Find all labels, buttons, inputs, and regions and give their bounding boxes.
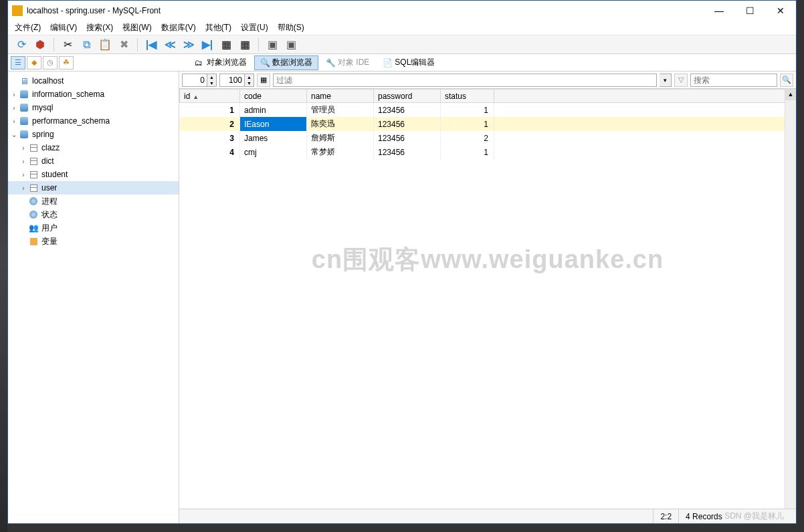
cell-password[interactable]: 123456 [374, 131, 441, 145]
cell-name[interactable]: 陈奕迅 [307, 117, 374, 131]
cell-name[interactable]: 常梦娇 [307, 145, 374, 159]
tree-table-student[interactable]: ›student [8, 168, 179, 181]
maximize-button[interactable]: ☐ [734, 1, 765, 21]
title-bar[interactable]: localhost - spring.user - MySQL-Front — … [8, 1, 796, 21]
tree-db-information-schema[interactable]: ›information_schema [8, 88, 179, 101]
refresh-icon[interactable]: ⟳ [13, 37, 29, 53]
cell-password[interactable]: 123456 [374, 103, 441, 118]
limit-spinner[interactable]: ▲▼ [219, 74, 254, 87]
cell-code[interactable]: admin [240, 103, 307, 118]
paste-icon[interactable]: 📋 [97, 37, 113, 53]
cell-status[interactable]: 1 [441, 145, 494, 159]
tree-variables[interactable]: 变量 [8, 235, 179, 248]
cell-code[interactable]: James [240, 131, 307, 145]
tree-table-dict[interactable]: ›dict [8, 154, 179, 168]
next-page-icon[interactable]: ≫ [181, 37, 197, 53]
cell-id[interactable]: 1 [180, 103, 240, 118]
offset-spinner[interactable]: ▲▼ [182, 74, 217, 87]
scroll-up-icon[interactable]: ▲ [785, 89, 796, 100]
limit-input[interactable] [219, 74, 245, 87]
filter-dropdown[interactable]: ▾ [660, 74, 672, 87]
menu-search[interactable]: 搜索(X) [86, 22, 113, 33]
minimize-button[interactable]: — [704, 1, 734, 21]
filter-toolbar: ▲▼ ▲▼ ▦ ▾ ▽ 🔍 [179, 72, 796, 89]
menu-settings[interactable]: 设置(U) [241, 22, 268, 33]
table-row[interactable]: 3 James 詹姆斯 123456 2 [180, 131, 796, 145]
cell-id[interactable]: 4 [180, 145, 240, 159]
filter-input[interactable] [273, 74, 657, 87]
menu-database[interactable]: 数据库(V) [161, 22, 196, 33]
col-password[interactable]: password [374, 90, 441, 103]
mini-tab-foot[interactable]: ☘ [59, 56, 74, 70]
first-icon[interactable]: |◀ [143, 37, 159, 53]
col-id[interactable]: id▲ [180, 90, 240, 103]
cell-status[interactable]: 2 [441, 131, 494, 145]
tab-object-ide[interactable]: 🔧对象 IDE [320, 55, 375, 70]
prev-page-icon[interactable]: ≪ [162, 37, 178, 53]
menu-help[interactable]: 帮助(S) [278, 22, 304, 33]
table-row[interactable]: 4 cmj 常梦娇 123456 1 [180, 145, 796, 159]
table-icon [28, 143, 39, 152]
add-row-icon[interactable]: ▦ [218, 37, 234, 53]
menu-view[interactable]: 视图(W) [122, 22, 151, 33]
close-button[interactable]: ✕ [765, 1, 796, 21]
spin-up-icon[interactable]: ▲ [207, 74, 216, 80]
separator [54, 38, 54, 51]
cell-status[interactable]: 1 [441, 117, 494, 131]
col-status[interactable]: status [441, 90, 494, 103]
cell-password[interactable]: 123456 [374, 117, 441, 131]
cut-icon[interactable]: ✂ [60, 37, 76, 53]
tree-table-clazz[interactable]: ›clazz [8, 141, 179, 154]
tree-host[interactable]: 🖥localhost [8, 74, 179, 88]
table-row[interactable]: 2 IEason 陈奕迅 123456 1 [180, 117, 796, 131]
mini-tab-clock[interactable]: ◷ [43, 56, 58, 70]
tree-status[interactable]: 状态 [8, 208, 179, 221]
cell-password[interactable]: 123456 [374, 145, 441, 159]
menu-file[interactable]: 文件(Z) [15, 22, 41, 33]
offset-input[interactable] [182, 74, 207, 87]
col-code[interactable]: code [240, 90, 307, 103]
col-name[interactable]: name [307, 90, 374, 103]
export-icon[interactable]: ▣ [264, 37, 280, 53]
mini-tab-gold[interactable]: ◆ [27, 56, 41, 70]
delete-icon[interactable]: ✖ [116, 37, 132, 53]
cell-name[interactable]: 管理员 [307, 103, 374, 118]
object-tree[interactable]: 🖥localhost ›information_schema ›mysql ›p… [8, 72, 179, 523]
cell-code[interactable]: IEason [240, 117, 307, 131]
tree-db-performance-schema[interactable]: ›performance_schema [8, 114, 179, 128]
stop-icon[interactable]: ⬢ [32, 37, 48, 53]
search-button[interactable]: 🔍 [780, 74, 793, 87]
status-position: 2:2 [653, 509, 678, 523]
spin-up-icon[interactable]: ▲ [245, 74, 254, 80]
cell-id[interactable]: 2 [180, 117, 240, 131]
menu-other[interactable]: 其他(T) [205, 22, 231, 33]
copy-icon[interactable]: ⧉ [78, 37, 94, 53]
cell-code[interactable]: cmj [240, 145, 307, 159]
col-spacer [494, 90, 796, 103]
mini-tab-tree[interactable]: ☰ [11, 56, 25, 70]
import-icon[interactable]: ▣ [283, 37, 299, 53]
cell-id[interactable]: 3 [180, 131, 240, 145]
search-input[interactable] [690, 74, 777, 87]
tab-data-browser[interactable]: 🔍数据浏览器 [254, 55, 318, 70]
tab-sql-editor[interactable]: 📄SQL编辑器 [377, 55, 441, 70]
spin-down-icon[interactable]: ▼ [207, 80, 216, 86]
last-icon[interactable]: ▶| [199, 37, 215, 53]
spin-down-icon[interactable]: ▼ [245, 80, 254, 86]
tree-users[interactable]: 👥用户 [8, 221, 179, 235]
tab-object-browser[interactable]: 🗂对象浏览器 [189, 55, 253, 70]
data-grid[interactable]: id▲ code name password status 1 admin 管 [179, 89, 796, 159]
window-title: localhost - spring.user - MySQL-Front [27, 6, 704, 15]
table-row[interactable]: 1 admin 管理员 123456 1 [180, 103, 796, 118]
tree-db-mysql[interactable]: ›mysql [8, 101, 179, 114]
cell-status[interactable]: 1 [441, 103, 494, 118]
funnel-icon[interactable]: ▽ [674, 74, 688, 87]
tree-table-user[interactable]: ›user [8, 181, 179, 194]
vertical-scrollbar[interactable]: ▲ [785, 89, 796, 509]
cell-name[interactable]: 詹姆斯 [307, 131, 374, 145]
delete-row-icon[interactable]: ▦ [237, 37, 253, 53]
tree-db-spring[interactable]: ⌄spring [8, 128, 179, 141]
menu-edit[interactable]: 编辑(V) [50, 22, 77, 33]
tree-processes[interactable]: 进程 [8, 194, 179, 208]
apply-filter-button[interactable]: ▦ [257, 74, 270, 87]
